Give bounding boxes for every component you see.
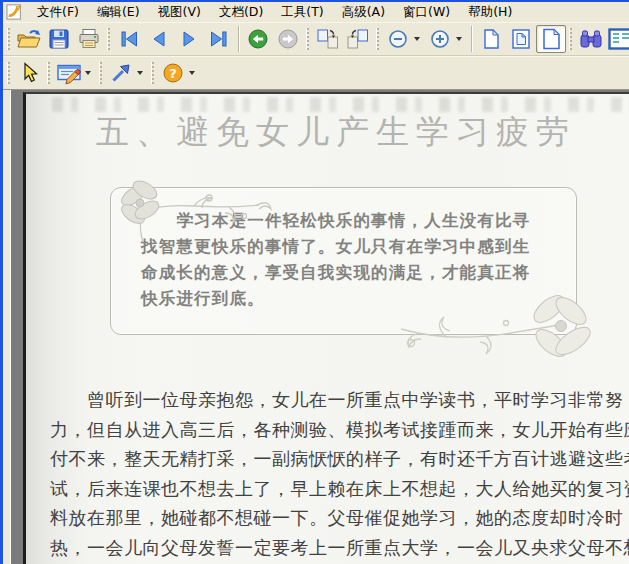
find-button[interactable] <box>576 25 606 53</box>
page-title: 五、避免女儿产生学习疲劳 <box>56 110 616 155</box>
body-line: 力，但自从进入高三后，各种测验、模拟考试接踵而来，女儿开始有些应 <box>50 415 629 445</box>
app-window: 文件(F) 编辑(E) 视图(V) 文档(D) 工具(T) 高级(A) 窗口(W… <box>0 0 629 564</box>
prev-page-icon <box>147 27 171 51</box>
measure-dropdown[interactable] <box>137 71 143 75</box>
zoom-out-dropdown[interactable] <box>414 37 420 41</box>
zoom-in-dropdown[interactable] <box>456 37 462 41</box>
actual-size-page-icon <box>479 27 503 51</box>
fit-page-button[interactable] <box>506 25 536 53</box>
help-dropdown[interactable] <box>189 71 195 75</box>
quote-box: 学习本是一件轻松快乐的事情，人生没有比寻 找智慧更快乐的事情了。女儿只有在学习中… <box>110 187 577 335</box>
menu-bar: 文件(F) 编辑(E) 视图(V) 文档(D) 工具(T) 高级(A) 窗口(W… <box>3 2 629 22</box>
document-area: 五、避免女儿产生学习疲劳 <box>3 90 629 564</box>
toolbar-separator <box>238 26 239 52</box>
forward-view-icon <box>276 27 300 51</box>
next-page-icon <box>177 27 201 51</box>
next-view-button[interactable] <box>343 25 373 53</box>
prev-view-button[interactable] <box>313 25 343 53</box>
document-page[interactable]: 五、避免女儿产生学习疲劳 <box>23 92 629 564</box>
save-floppy-icon <box>47 27 71 51</box>
fit-width-page-icon <box>539 27 563 51</box>
back-view-button[interactable] <box>243 25 273 53</box>
hand-select-button[interactable] <box>14 59 44 87</box>
tools-toolbar: ? <box>3 56 629 90</box>
fit-page-icon <box>509 27 533 51</box>
first-page-button[interactable] <box>114 25 144 53</box>
print-button[interactable] <box>74 25 104 53</box>
body-line: 料放在那里，她碰都不想碰一下。父母催促她学习，她的态度却时冷时 <box>50 503 629 533</box>
prev-view-page-icon <box>315 27 341 51</box>
typewriter-dropdown[interactable] <box>85 71 91 75</box>
prev-page-button[interactable] <box>144 25 174 53</box>
help-icon: ? <box>161 61 185 85</box>
last-page-button[interactable] <box>204 25 234 53</box>
svg-text:?: ? <box>169 66 177 81</box>
toolbar-grip[interactable] <box>306 28 309 50</box>
toolbar-grip[interactable] <box>99 62 102 84</box>
toolbar-grip[interactable] <box>7 62 10 84</box>
body-line: 热，一会儿向父母发誓一定要考上一所重点大学，一会儿又央求父母不想 <box>50 533 629 563</box>
menu-document[interactable]: 文档(D) <box>210 2 272 23</box>
zoom-out-button[interactable] <box>383 25 413 53</box>
toolbar-grip[interactable] <box>151 62 154 84</box>
toolbar-separator <box>471 26 472 52</box>
body-line: 试，后来连课也不想去上了，早上赖在床上不想起，大人给她买的复习资 <box>50 474 629 504</box>
toolbar-grip[interactable] <box>569 28 572 50</box>
fit-width-button[interactable] <box>536 25 566 53</box>
menu-advanced[interactable]: 高级(A) <box>333 2 394 23</box>
back-view-icon <box>246 27 270 51</box>
toolbar-grip[interactable] <box>376 28 379 50</box>
typewriter-tool-button[interactable] <box>54 59 84 87</box>
body-line: 付不来，整天无精打采，一副病恹恹的样子，有时还千方百计逃避这些考 <box>50 444 629 474</box>
forward-view-button[interactable] <box>273 25 303 53</box>
menu-window[interactable]: 窗口(W) <box>394 2 459 23</box>
first-page-icon <box>117 27 141 51</box>
zoom-out-icon <box>386 27 410 51</box>
menu-tools[interactable]: 工具(T) <box>272 2 332 23</box>
find-binoculars-icon <box>578 27 604 51</box>
reading-mode-icon <box>608 27 629 51</box>
menu-edit[interactable]: 编辑(E) <box>88 2 149 23</box>
help-button[interactable]: ? <box>158 59 188 87</box>
measure-arrow-button[interactable] <box>106 59 136 87</box>
next-page-button[interactable] <box>174 25 204 53</box>
zoom-in-button[interactable] <box>425 25 455 53</box>
measure-arrow-icon <box>109 61 133 85</box>
quote-text: 学习本是一件轻松快乐的事情，人生没有比寻 找智慧更快乐的事情了。女儿只有在学习中… <box>111 188 576 312</box>
next-view-page-icon <box>345 27 371 51</box>
body-text: 曾听到一位母亲抱怨，女儿在一所重点中学读书，平时学习非常努 力，但自从进入高三后… <box>50 385 629 564</box>
body-line: 曾听到一位母亲抱怨，女儿在一所重点中学读书，平时学习非常努 <box>50 385 629 415</box>
zoom-in-icon <box>428 27 452 51</box>
menu-view[interactable]: 视图(V) <box>149 2 210 23</box>
menu-help[interactable]: 帮助(H) <box>459 2 521 23</box>
toolbar-grip[interactable] <box>7 28 10 50</box>
open-button[interactable] <box>14 25 44 53</box>
menu-file[interactable]: 文件(F) <box>28 2 88 23</box>
save-button[interactable] <box>44 25 74 53</box>
document-canvas: 五、避免女儿产生学习疲劳 <box>10 90 629 564</box>
hand-select-cursor-icon <box>17 61 41 85</box>
app-logo-icon <box>6 4 24 20</box>
open-folder-icon <box>16 27 42 51</box>
toolbar-grip[interactable] <box>47 62 50 84</box>
typewriter-tool-icon <box>56 61 82 85</box>
actual-size-button[interactable] <box>476 25 506 53</box>
print-icon <box>77 27 101 51</box>
last-page-icon <box>207 27 231 51</box>
main-toolbar <box>3 22 629 56</box>
reading-mode-button[interactable] <box>606 25 629 53</box>
toolbar-grip[interactable] <box>107 28 110 50</box>
